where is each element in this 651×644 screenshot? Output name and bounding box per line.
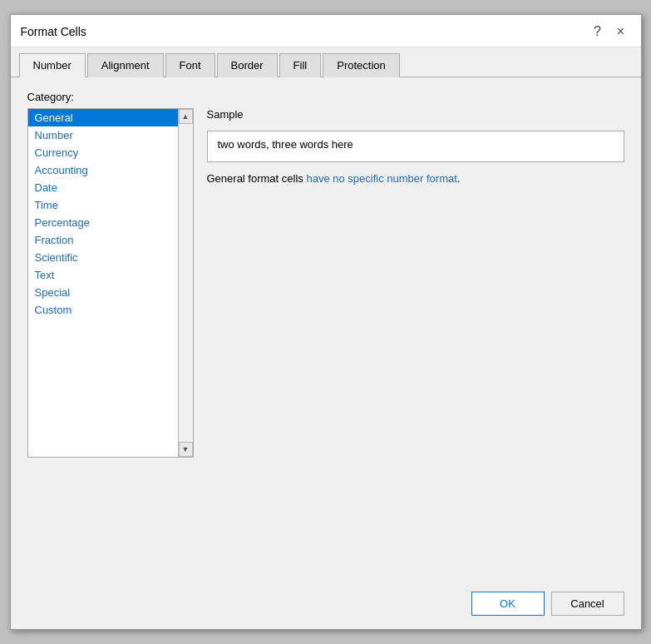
title-bar: Format Cells ? × [11,15,641,47]
list-item[interactable]: Special [28,284,193,301]
dialog-footer: OK Cancel [11,582,641,629]
category-list: General Number Currency Accounting Date … [28,109,193,457]
help-button[interactable]: ? [588,22,608,42]
title-bar-right: ? × [588,22,631,42]
tab-content: Category: General Number Currency Accoun… [11,77,641,582]
scroll-down-button[interactable]: ▼ [179,442,193,457]
category-label: Category: [27,91,624,103]
ok-button[interactable]: OK [471,592,545,616]
scrollbar-track: ▲ ▼ [178,109,193,457]
tabs-bar: Number Alignment Font Border Fill Protec… [11,47,641,77]
title-bar-left: Format Cells [21,25,86,38]
tab-number[interactable]: Number [19,53,86,77]
format-cells-dialog: Format Cells ? × Number Alignment Font B… [10,14,642,630]
list-item[interactable]: Currency [28,144,193,161]
list-item[interactable]: Percentage [28,214,193,231]
list-item[interactable]: Number [28,126,193,144]
description-part1: General format cells [207,172,307,185]
tab-border[interactable]: Border [217,53,278,77]
description-link: have no specific number format [306,172,456,185]
scrollbar-area [179,124,193,442]
list-item[interactable]: Custom [28,301,193,319]
sample-label: Sample [207,108,624,121]
tab-protection[interactable]: Protection [323,53,400,77]
list-item[interactable]: Time [28,196,193,214]
main-row: General Number Currency Accounting Date … [27,108,624,568]
description-part2: . [457,172,461,185]
list-item[interactable]: Fraction [28,231,193,249]
tab-fill[interactable]: Fill [279,53,322,77]
list-item[interactable]: Date [28,179,193,196]
right-panel: Sample two words, three words here Gener… [207,108,624,568]
list-item[interactable]: Text [28,266,193,284]
category-list-container: General Number Currency Accounting Date … [27,108,194,458]
list-item[interactable]: Accounting [28,161,193,179]
description-text: General format cells have no specific nu… [207,171,624,187]
tab-alignment[interactable]: Alignment [87,53,164,77]
close-button[interactable]: × [611,22,631,42]
scroll-up-button[interactable]: ▲ [179,109,193,124]
list-item[interactable]: Scientific [28,249,193,266]
sample-box: two words, three words here [207,131,624,162]
cancel-button[interactable]: Cancel [551,592,624,616]
dialog-title: Format Cells [21,25,86,38]
tab-font[interactable]: Font [165,53,215,77]
list-item[interactable]: General [28,109,193,126]
